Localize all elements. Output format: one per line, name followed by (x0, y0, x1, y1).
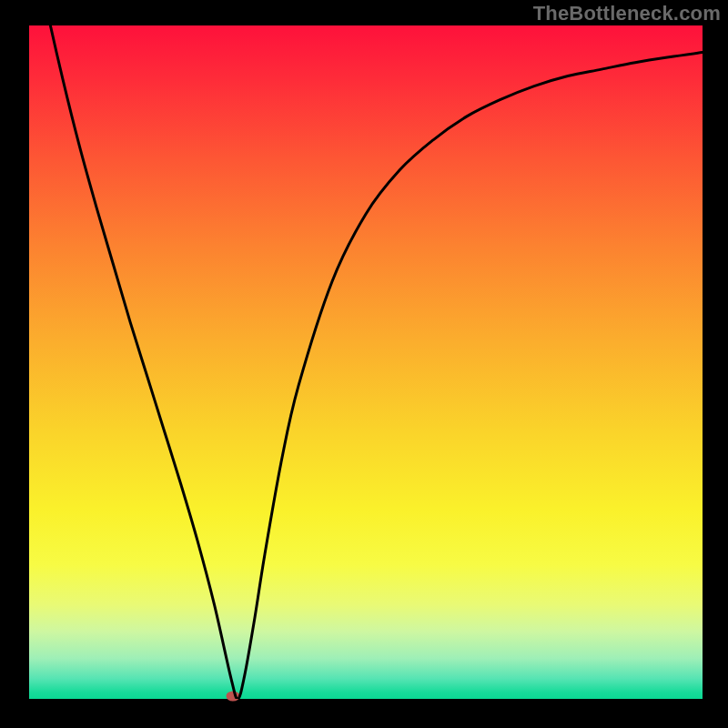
page-root: TheBottleneck.com (0, 0, 728, 728)
watermark-label: TheBottleneck.com (533, 2, 721, 25)
chart-background (29, 25, 703, 699)
chart-marker-point (227, 692, 240, 702)
